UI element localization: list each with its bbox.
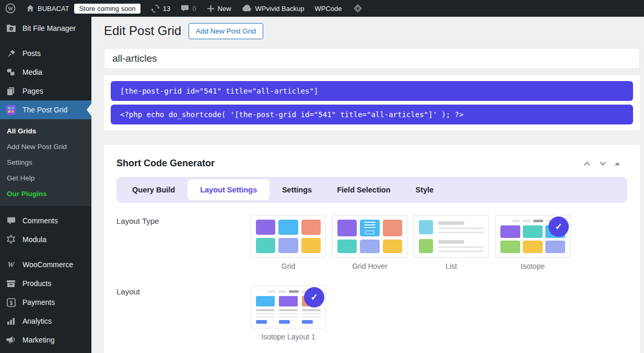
layout-type-row: Layout Type Grid [116, 215, 627, 270]
wpcode-link[interactable]: WPCode [309, 0, 347, 17]
submenu-item-add-new-post-grid[interactable]: Add New Post Grid [0, 139, 91, 155]
page-title: Edit Post Grid [104, 22, 181, 39]
sidebar-item-modula[interactable]: Modula [0, 230, 91, 249]
sidebar-item-bit-file-manager[interactable]: Bit File Manager [0, 19, 91, 38]
sidebar-item-comments[interactable]: Comments [0, 211, 91, 230]
updates-count: 13 [163, 5, 170, 13]
updates-link[interactable]: 13 [146, 0, 175, 17]
layout-type-option-grid-hover[interactable]: Grid Hover [332, 215, 407, 270]
isotope-thumbnail: ✓ [495, 215, 570, 258]
wpvivid-backup-link[interactable]: WPvivid Backup [237, 0, 310, 17]
comments-count: 0 [192, 5, 196, 13]
sidebar-item-label: Media [22, 68, 42, 76]
file-manager-icon [5, 24, 17, 32]
generator-title: Short Code Generator [116, 158, 215, 169]
generator-tabbar: Query Build Layout Settings Settings Fie… [116, 177, 627, 203]
sidebar-item-label: Comments [22, 217, 58, 225]
sidebar-item-products[interactable]: Products [0, 274, 91, 293]
layout-caption: Isotope Layout 1 [251, 333, 326, 341]
post-grid-submenu: All Grids Add New Post Grid Settings Get… [0, 119, 91, 206]
layout-type-options: Grid Grid Hover [251, 215, 570, 270]
cloud-icon [242, 5, 252, 12]
comment-bubble-icon [181, 4, 189, 13]
move-down-button[interactable] [599, 161, 606, 166]
sidebar-item-label: Products [22, 279, 51, 288]
sidebar-item-analytics[interactable]: Analytics [0, 312, 91, 331]
layout-options: ✓ Isotope Layout 1 [251, 286, 326, 341]
menu-separator [0, 38, 91, 44]
megaphone-icon [5, 336, 17, 344]
comment-icon [5, 217, 17, 225]
chevron-up-icon [583, 161, 591, 166]
submenu-item-all-grids[interactable]: All Grids [0, 123, 91, 139]
grid-thumbnail [251, 215, 326, 258]
sidebar-item-label: The Post Grid [22, 106, 67, 114]
admin-sidebar: Bit File Manager Posts Media Pages The P… [0, 17, 91, 353]
plus-icon [207, 5, 215, 13]
layout-type-option-isotope[interactable]: ✓ Isotope [495, 215, 570, 270]
sidebar-item-label: Analytics [22, 317, 52, 325]
sidebar-item-label: Posts [22, 49, 41, 58]
shortcode-copy-bar[interactable]: [the-post-grid id="541" title="all-artic… [111, 81, 633, 101]
isotope-layout-1-thumbnail: ✓ [251, 286, 326, 328]
layout-row: Layout ✓ Isotope Layout 1 [116, 286, 627, 341]
grid-hover-thumbnail [332, 215, 407, 258]
sidebar-item-label: Pages [22, 87, 43, 95]
main-content: Edit Post Grid Add New Post Grid [the-po… [91, 17, 644, 353]
layout-type-caption: List [414, 262, 489, 270]
home-icon [26, 4, 34, 13]
site-name: BUBACAT [38, 5, 69, 13]
collapse-triangle-icon [615, 162, 620, 166]
sidebar-item-woocommerce[interactable]: W WooCommerce [0, 255, 91, 274]
wpcode-label: WPCode [314, 5, 342, 13]
tab-query-build[interactable]: Query Build [120, 179, 188, 200]
tab-settings[interactable]: Settings [270, 179, 324, 200]
sidebar-item-the-post-grid[interactable]: The Post Grid [0, 100, 91, 119]
submenu-item-settings[interactable]: Settings [0, 155, 91, 170]
tab-layout-settings[interactable]: Layout Settings [188, 179, 270, 200]
layout-type-option-grid[interactable]: Grid [251, 215, 326, 270]
move-up-button[interactable] [583, 161, 591, 166]
add-new-post-grid-button[interactable]: Add New Post Grid [189, 23, 263, 39]
svg-text:W: W [7, 261, 15, 268]
tab-field-selection[interactable]: Field Selection [324, 179, 403, 200]
sidebar-item-posts[interactable]: Posts [0, 44, 91, 63]
menu-separator [0, 249, 91, 255]
diamond-menu-link[interactable] [347, 0, 368, 17]
site-name-link[interactable]: BUBACAT Store coming soon [21, 0, 146, 17]
store-coming-soon-badge: Store coming soon [74, 4, 140, 14]
star-icon [5, 235, 17, 244]
submenu-item-get-help[interactable]: Get Help [0, 170, 91, 186]
sidebar-item-media[interactable]: Media [0, 63, 91, 82]
wordpress-logo[interactable]: W [0, 0, 21, 17]
menu-separator [0, 206, 91, 211]
selected-check-icon: ✓ [304, 287, 324, 308]
sidebar-item-payments[interactable]: $ Payments [0, 293, 91, 312]
sidebar-item-label: Marketing [22, 336, 54, 344]
layout-type-option-list[interactable]: List [414, 215, 489, 270]
tab-style[interactable]: Style [403, 179, 447, 200]
bar-chart-icon [5, 317, 17, 325]
chevron-down-icon [599, 161, 606, 166]
collapse-toggle-button[interactable] [615, 162, 620, 166]
grid-title-input[interactable] [104, 48, 640, 69]
sidebar-item-marketing[interactable]: Marketing [0, 331, 91, 349]
pushpin-icon [5, 49, 17, 58]
layout-type-label: Layout Type [116, 215, 251, 225]
admin-bar: W BUBACAT Store coming soon 13 0 New WPv… [0, 0, 644, 17]
wordpress-logo-icon: W [5, 3, 16, 14]
sidebar-item-pages[interactable]: Pages [0, 82, 91, 100]
layout-type-caption: Grid [251, 262, 326, 270]
php-shortcode-copy-bar[interactable]: <?php echo do_shortcode( '[the-post-grid… [111, 105, 633, 124]
new-content-link[interactable]: New [202, 0, 237, 17]
list-thumbnail [414, 215, 489, 258]
sidebar-item-label: WooCommerce [22, 260, 73, 269]
layout-option-isotope-layout-1[interactable]: ✓ Isotope Layout 1 [251, 286, 326, 341]
submenu-item-our-plugins[interactable]: Our Plugins [0, 186, 91, 202]
sidebar-item-label: Payments [22, 298, 55, 306]
wpvivid-label: WPvivid Backup [255, 5, 305, 13]
shortcode-card: [the-post-grid id="541" title="all-artic… [104, 75, 640, 130]
post-grid-icon [5, 105, 17, 115]
comments-link[interactable]: 0 [175, 0, 201, 17]
postbox-handles [583, 161, 627, 166]
